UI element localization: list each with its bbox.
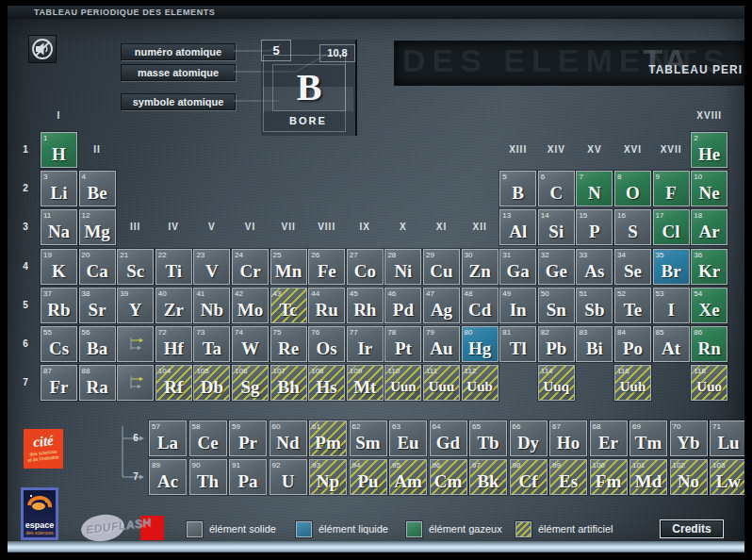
element-Pb[interactable]: 82Pb — [538, 326, 575, 362]
element-Tm[interactable]: 69Tm — [629, 420, 667, 456]
element-H[interactable]: 1H — [41, 132, 77, 168]
element-Rb[interactable]: 37Rb — [41, 288, 77, 323]
element-Po[interactable]: 84Po — [614, 326, 651, 362]
element-Cm[interactable]: 96Cm — [430, 459, 467, 495]
element-Co[interactable]: 27Co — [347, 249, 384, 285]
element-W[interactable]: 74W — [232, 326, 269, 362]
element-V[interactable]: 23V — [193, 249, 230, 285]
element-I[interactable]: 53I — [653, 288, 690, 323]
element-Na[interactable]: 11Na — [41, 209, 77, 245]
credits-button[interactable]: Credits — [660, 519, 724, 538]
element-Ti[interactable]: 22Ti — [155, 249, 192, 285]
element-At[interactable]: 85At — [653, 326, 690, 362]
element-Cu[interactable]: 29Cu — [423, 249, 460, 285]
element-Lw[interactable]: 103Lw — [710, 459, 744, 495]
element-Cf[interactable]: 98Cf — [510, 459, 548, 495]
element-Cd[interactable]: 48Cd — [462, 288, 499, 323]
element-Cs[interactable]: 55Cs — [41, 326, 77, 362]
element-Mt[interactable]: 109Mt — [347, 365, 384, 401]
element-Sn[interactable]: 50Sn — [538, 288, 575, 323]
element-Pa[interactable]: 91Pa — [229, 459, 267, 495]
element-Rh[interactable]: 45Rh — [347, 288, 384, 323]
element-Ag[interactable]: 47Ag — [423, 288, 460, 323]
element-Li[interactable]: 3Li — [41, 171, 77, 206]
element-U[interactable]: 92U — [270, 459, 307, 495]
element-Ge[interactable]: 32Ge — [538, 249, 575, 285]
element-Zr[interactable]: 40Zr — [155, 288, 192, 323]
fblock-placeholder-cell[interactable] — [117, 326, 154, 362]
element-Pu[interactable]: 94Pu — [350, 459, 387, 495]
element-Pt[interactable]: 78Pt — [384, 326, 421, 362]
element-Br[interactable]: 35Br — [653, 249, 690, 285]
element-Al[interactable]: 13Al — [499, 209, 536, 245]
element-Ne[interactable]: 10Ne — [691, 171, 727, 206]
element-Re[interactable]: 75Re — [270, 326, 307, 362]
element-Pr[interactable]: 59Pr — [229, 420, 267, 456]
element-Tl[interactable]: 81Tl — [499, 326, 536, 362]
element-Md[interactable]: 101Md — [629, 459, 667, 495]
element-Rn[interactable]: 86Rn — [691, 326, 727, 362]
element-Uuu[interactable]: 111Uuu — [423, 365, 460, 401]
mute-button[interactable] — [28, 35, 57, 63]
element-Hg[interactable]: 80Hg — [462, 326, 499, 362]
element-As[interactable]: 33As — [576, 249, 613, 285]
element-Th[interactable]: 90Th — [189, 459, 227, 495]
element-Yb[interactable]: 70Yb — [670, 420, 708, 456]
element-Mg[interactable]: 12Mg — [79, 209, 116, 245]
element-Nb[interactable]: 41Nb — [193, 288, 230, 323]
element-C[interactable]: 6C — [538, 171, 575, 206]
element-Pd[interactable]: 46Pd — [384, 288, 421, 323]
element-Y[interactable]: 39Y — [117, 288, 154, 323]
element-Bk[interactable]: 97Bk — [469, 459, 507, 495]
element-Kr[interactable]: 36Kr — [691, 249, 727, 285]
element-S[interactable]: 16S — [614, 209, 651, 245]
element-Ar[interactable]: 18Ar — [691, 209, 727, 245]
element-Ra[interactable]: 88Ra — [79, 365, 116, 401]
element-He[interactable]: 2He — [691, 132, 727, 168]
element-Ba[interactable]: 56Ba — [79, 326, 116, 362]
element-Am[interactable]: 95Am — [389, 459, 427, 495]
element-Bi[interactable]: 83Bi — [576, 326, 613, 362]
element-Mn[interactable]: 25Mn — [270, 249, 307, 285]
element-Sm[interactable]: 62Sm — [350, 420, 387, 456]
element-Cl[interactable]: 17Cl — [653, 209, 690, 245]
element-Sg[interactable]: 106Sg — [232, 365, 269, 401]
element-K[interactable]: 19K — [41, 249, 77, 285]
element-Db[interactable]: 105Db — [193, 365, 230, 401]
element-Ir[interactable]: 77Ir — [347, 326, 384, 362]
element-Gd[interactable]: 64Gd — [430, 420, 467, 456]
element-Sr[interactable]: 38Sr — [79, 288, 116, 323]
element-Ga[interactable]: 31Ga — [499, 249, 536, 285]
element-Np[interactable]: 93Np — [309, 459, 347, 495]
element-N[interactable]: 7N — [576, 171, 613, 206]
element-Uuq[interactable]: 114Uuq — [538, 365, 575, 401]
element-Tb[interactable]: 65Tb — [469, 420, 507, 456]
element-Uub[interactable]: 112Uub — [462, 365, 499, 401]
element-Fm[interactable]: 100Fm — [590, 459, 628, 495]
element-Uuh[interactable]: 116Uuh — [614, 365, 651, 401]
element-Tc[interactable]: 43Tc — [270, 288, 307, 323]
element-B[interactable]: 5B — [499, 171, 536, 206]
element-Bh[interactable]: 107Bh — [270, 365, 307, 401]
atomic-number-label-button[interactable]: numéro atomique — [121, 43, 236, 60]
element-Uun[interactable]: 110Uun — [384, 365, 421, 401]
element-Si[interactable]: 14Si — [538, 209, 575, 245]
cite-des-sciences-logo[interactable]: cité des sciences et de l'industrie — [24, 429, 63, 469]
element-In[interactable]: 49In — [499, 288, 536, 323]
element-Ni[interactable]: 28Ni — [384, 249, 421, 285]
element-Sb[interactable]: 51Sb — [576, 288, 613, 323]
element-F[interactable]: 9F — [653, 171, 690, 206]
element-Xe[interactable]: 54Xe — [691, 288, 727, 323]
element-Pm[interactable]: 61Pm — [309, 420, 347, 456]
element-Fr[interactable]: 87Fr — [41, 365, 77, 401]
element-Ca[interactable]: 20Ca — [79, 249, 116, 285]
element-Ta[interactable]: 73Ta — [193, 326, 230, 362]
element-Be[interactable]: 4Be — [79, 171, 116, 206]
element-Zn[interactable]: 30Zn — [462, 249, 499, 285]
element-Ce[interactable]: 58Ce — [189, 420, 227, 456]
element-Ho[interactable]: 67Ho — [549, 420, 587, 456]
element-Mo[interactable]: 42Mo — [232, 288, 269, 323]
element-Au[interactable]: 79Au — [423, 326, 460, 362]
element-No[interactable]: 102No — [670, 459, 708, 495]
element-Nd[interactable]: 60Nd — [270, 420, 307, 456]
